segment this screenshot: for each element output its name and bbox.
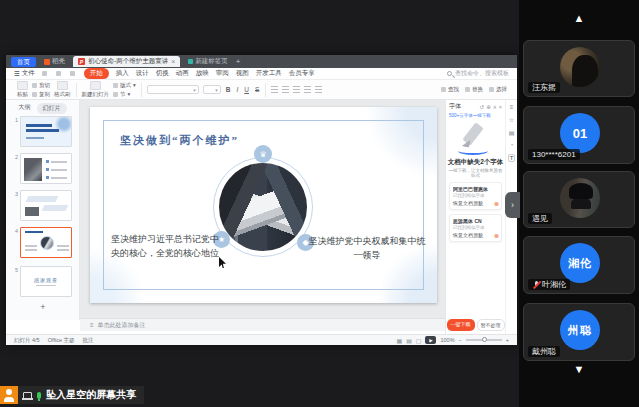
find-button[interactable]: 查找 — [441, 86, 459, 93]
dismiss-font-icon[interactable]: ⊗ — [494, 232, 499, 239]
slides-tab[interactable]: 幻灯片 — [37, 103, 67, 114]
zoom-slider-thumb[interactable] — [482, 337, 487, 342]
file-menu[interactable]: ☰ 文件 — [14, 69, 35, 78]
save-icon[interactable] — [42, 71, 47, 76]
add-slide-button[interactable]: + — [6, 302, 80, 312]
missing-font-card-1[interactable]: 阿里巴巴普惠体 已找到相似字体 恢复文档原貌 ⊗ — [449, 182, 502, 210]
line-spacing-icon[interactable] — [315, 86, 322, 93]
layout-button[interactable]: 版式▾ — [113, 82, 136, 89]
menu-item-member[interactable]: 会员专享 — [289, 69, 315, 78]
find-label: 查找 — [448, 86, 459, 93]
scroll-up-icon[interactable]: ▲ — [574, 12, 585, 24]
underline-button[interactable]: U — [243, 86, 250, 93]
section-button[interactable]: 节▾ — [113, 91, 136, 98]
outline-tab[interactable]: 大纲 — [19, 103, 31, 114]
cloud-font-link[interactable]: 500+云字体一键下载 — [446, 113, 505, 118]
menu-item-design[interactable]: 设计 — [136, 69, 149, 78]
menu-item-devtools[interactable]: 开发工具 — [256, 69, 282, 78]
paste-button[interactable]: 粘贴 — [17, 81, 28, 98]
format-painter-button[interactable]: 格式刷 — [54, 81, 71, 98]
slide-right-text[interactable]: 坚决维护党中央权威和集中统一领导 — [308, 235, 426, 263]
slide-thumbnail-5[interactable]: 5 感谢观看 — [12, 266, 72, 297]
reading-view-icon[interactable]: ▢ — [416, 337, 422, 344]
document-tab[interactable]: P 初心使命-两个维护主题宣讲 × — [73, 56, 180, 67]
menu-item-transition[interactable]: 切换 — [156, 69, 169, 78]
docer-tab[interactable]: 稻壳 — [44, 57, 65, 66]
menu-item-animation[interactable]: 动画 — [176, 69, 189, 78]
participant-tile[interactable]: 汪东摇 — [523, 40, 635, 97]
new-tab[interactable]: 新建标签页 — [188, 57, 228, 66]
align-center-icon[interactable] — [282, 86, 289, 93]
strikethrough-button[interactable]: S — [254, 86, 260, 93]
layout-icon — [113, 83, 118, 88]
slide-thumbnail-4-selected[interactable]: 4 — [12, 227, 72, 258]
cut-button[interactable]: 剪切 — [32, 82, 50, 89]
collapse-icon[interactable]: ∧ — [493, 104, 497, 110]
participant-name: 戴州聪 — [532, 346, 556, 357]
layers-tool-icon[interactable]: ▤ — [509, 129, 515, 136]
slide-title[interactable]: 坚决做到“两个维护” — [120, 133, 239, 148]
zoom-slider[interactable] — [466, 339, 502, 341]
select-button[interactable]: 选择 — [489, 86, 507, 93]
undo-icon[interactable] — [56, 71, 61, 76]
participant-tile[interactable]: 州聪 戴州聪 — [523, 303, 635, 361]
align-right-icon[interactable] — [293, 86, 300, 93]
command-search[interactable]: 查找命令、搜索模板 — [447, 69, 509, 78]
slide-editing-area[interactable]: 坚决做到“两个维护” ♛ ★ ◆ 坚决维护习近平总书记党中央的核心，全党的核心地… — [80, 100, 445, 320]
font-name: 思源黑体 CN — [453, 218, 498, 224]
building-photo[interactable] — [219, 163, 307, 251]
section-icon — [113, 92, 118, 97]
list-tool-icon[interactable]: ≡ — [510, 104, 514, 110]
align-left-icon[interactable] — [271, 86, 278, 93]
zoom-in-button[interactable]: + — [506, 337, 509, 343]
annotation-label[interactable]: 批注 — [82, 337, 93, 344]
slide-thumbnail-3[interactable]: 3 — [12, 190, 72, 221]
replace-button[interactable]: 替换 — [465, 86, 483, 93]
chevron-down-icon: ▾ — [193, 87, 196, 93]
bold-button[interactable]: B — [225, 86, 232, 93]
close-tab-icon[interactable]: × — [171, 58, 175, 65]
ignore-fonts-button[interactable]: 暂不处理 — [477, 319, 505, 331]
start-slideshow-button[interactable]: ▶ — [425, 336, 436, 344]
participant-tile[interactable]: 01 130****6201 — [523, 106, 635, 164]
file-menu-label: 文件 — [22, 69, 35, 78]
bullet-list-icon[interactable] — [304, 86, 311, 93]
sidebar-expand-handle[interactable]: › — [505, 192, 520, 218]
add-tab-button[interactable]: + — [236, 57, 241, 66]
normal-view-icon[interactable]: ▦ — [396, 337, 402, 344]
menu-item-view[interactable]: 视图 — [236, 69, 249, 78]
menu-item-review[interactable]: 审阅 — [216, 69, 229, 78]
download-fonts-button[interactable]: 一键下载 — [447, 319, 475, 331]
scroll-down-icon[interactable]: ▼ — [574, 363, 585, 375]
history-tool-icon[interactable]: ◔ — [510, 142, 514, 148]
notes-bar[interactable]: ≡ 单击此处添加备注 — [80, 318, 445, 331]
home-tab[interactable]: 首页 — [11, 57, 36, 67]
star-tool-icon[interactable]: ☆ — [509, 116, 514, 123]
font-size-select[interactable]: ▾ — [203, 85, 221, 94]
slide-thumbnail-2[interactable]: 2 — [12, 153, 72, 184]
participant-name: 遇见 — [532, 213, 548, 224]
new-slide-button[interactable]: 新建幻灯片 — [82, 81, 110, 98]
dismiss-font-icon[interactable]: ⊗ — [494, 200, 499, 207]
italic-button[interactable]: I — [235, 86, 239, 93]
copy-button[interactable]: 复制 — [32, 91, 50, 98]
sorter-view-icon[interactable]: ▤ — [406, 337, 412, 344]
menu-item-insert[interactable]: 插入 — [116, 69, 129, 78]
menu-item-slideshow[interactable]: 放映 — [196, 69, 209, 78]
slide-left-text[interactable]: 坚决维护习近平总书记党中央的核心，全党的核心地位 — [110, 233, 220, 261]
refresh-icon[interactable]: ↺ — [480, 104, 485, 110]
participant-tile[interactable]: 湘伦 叶湘伦 — [523, 236, 635, 294]
slide-thumbnail-1[interactable]: 1 — [12, 116, 72, 147]
zoom-out-button[interactable]: − — [459, 337, 462, 343]
close-pane-icon[interactable]: × — [499, 104, 502, 110]
mic-on-icon — [37, 392, 41, 399]
font-name-select[interactable]: ▾ — [147, 85, 199, 94]
slide-canvas[interactable]: 坚决做到“两个维护” ♛ ★ ◆ 坚决维护习近平总书记党中央的核心，全党的核心地… — [90, 107, 437, 303]
participant-tile[interactable]: 遇见 — [523, 171, 635, 228]
redo-icon[interactable] — [70, 71, 75, 76]
menu-item-home[interactable]: 开始 — [84, 68, 109, 79]
font-sample: 恢复文档原貌 — [453, 232, 498, 238]
settings-icon[interactable]: ⊕ — [486, 104, 491, 110]
missing-font-card-2[interactable]: 思源黑体 CN 已找到相似字体 恢复文档原貌 ⊗ — [449, 214, 502, 242]
font-tool-icon[interactable]: T — [508, 154, 516, 162]
